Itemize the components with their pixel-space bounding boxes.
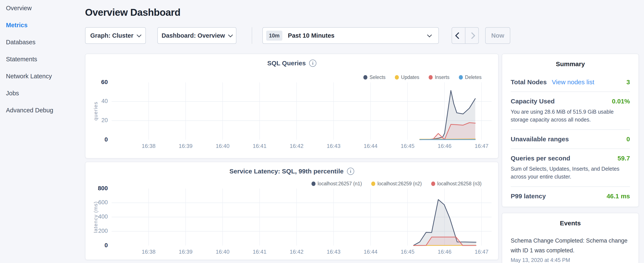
summary-subtext: Sum of Selects, Updates, Inserts, and De…	[511, 165, 630, 181]
time-step-back-button[interactable]	[452, 28, 465, 43]
x-tick-label: 16:42	[282, 143, 312, 149]
info-icon[interactable]: i	[309, 60, 316, 67]
summary-value: 59.7	[618, 155, 630, 162]
summary-row-capacity-used: Capacity Used 0.01% You are using 28.6 M…	[511, 92, 630, 130]
right-column: Summary Total Nodes View nodes list 3 Ca…	[502, 54, 639, 263]
legend-dot-icon	[312, 181, 316, 186]
x-tick-label: 16:44	[356, 143, 386, 149]
legend-item: Deletes	[459, 75, 482, 80]
summary-value: 3	[626, 79, 630, 86]
x-tick-label: 16:43	[319, 248, 348, 255]
legend-label: localhost:26258 (n3)	[437, 181, 482, 187]
y-tick-label: 60	[84, 79, 108, 86]
main-content: Overview Dashboard Graph: Cluster Dashbo…	[85, 0, 639, 263]
y-tick-label: 20	[84, 117, 108, 124]
chevron-down-icon	[228, 33, 233, 38]
dashboard-controls: Graph: Cluster Dashboard: Overview 10m P…	[85, 27, 639, 44]
x-tick-label: 16:42	[282, 248, 312, 255]
summary-row-queries-per-second: Queries per second 59.7 Sum of Selects, …	[511, 149, 630, 187]
sidebar-item-network-latency[interactable]: Network Latency	[0, 72, 85, 89]
time-step-forward-button[interactable]	[465, 28, 478, 43]
event-item-text[interactable]: Schema Change Completed: Schema change w…	[511, 236, 630, 255]
x-tick-label: 16:45	[393, 143, 422, 149]
chart-series-svg	[112, 188, 492, 245]
events-panel: Events Schema Change Completed: Schema c…	[502, 213, 639, 263]
info-icon[interactable]: i	[347, 168, 354, 175]
event-item-timestamp: May 13, 2020 at 4:45 PM	[511, 257, 630, 263]
chevron-right-icon	[468, 32, 476, 39]
controls-divider	[252, 27, 252, 44]
sidebar-item-advanced-debug[interactable]: Advanced Debug	[0, 106, 85, 123]
legend-label: Selects	[370, 75, 386, 80]
sidebar-item-metrics[interactable]: Metrics	[0, 21, 85, 38]
legend-dot-icon	[459, 75, 463, 80]
time-range-dropdown[interactable]: 10m Past 10 Minutes	[262, 27, 439, 44]
legend-label: localhost:26259 (n2)	[378, 181, 422, 187]
chevron-left-icon	[455, 32, 462, 39]
dashboard-dropdown[interactable]: Dashboard: Overview	[157, 27, 236, 44]
x-tick-label: 16:45	[393, 248, 422, 255]
summary-rows: Total Nodes View nodes list 3 Capacity U…	[511, 73, 630, 205]
legend-dot-icon	[428, 75, 433, 80]
sidebar-nav: Overview Metrics Databases Statements Ne…	[0, 0, 85, 263]
sql-queries-chart-card: SQL Queries i SelectsUpdatesInsertsDelet…	[85, 54, 498, 158]
x-tick-label: 16:40	[208, 248, 238, 255]
x-tick-label: 16:46	[430, 248, 460, 255]
legend-dot-icon	[371, 181, 375, 186]
x-tick-label: 16:44	[356, 248, 386, 255]
chart-series-svg	[112, 82, 492, 140]
x-tick-label: 16:46	[430, 143, 460, 149]
charts-column: SQL Queries i SelectsUpdatesInsertsDelet…	[85, 54, 498, 260]
graph-scope-label: Graph: Cluster	[90, 32, 133, 39]
chart-title-row: Service Latency: SQL, 99th percentile i	[86, 168, 498, 175]
summary-value: 0	[626, 136, 630, 143]
content-row: SQL Queries i SelectsUpdatesInsertsDelet…	[85, 54, 639, 263]
sidebar-item-databases[interactable]: Databases	[0, 38, 85, 55]
legend-dot-icon	[431, 181, 435, 186]
graph-scope-dropdown[interactable]: Graph: Cluster	[85, 27, 146, 44]
y-tick-label: 40	[84, 98, 108, 105]
legend-item: Inserts	[428, 75, 450, 80]
sidebar-item-jobs[interactable]: Jobs	[0, 89, 85, 106]
chevron-down-icon	[427, 33, 432, 38]
legend-dot-icon	[395, 75, 399, 80]
legend-dot-icon	[363, 75, 368, 80]
now-button[interactable]: Now	[485, 27, 510, 44]
chart-legend: localhost:26257 (n1)localhost:26259 (n2)…	[312, 181, 482, 187]
summary-label: Capacity Used	[511, 98, 555, 105]
legend-item: Selects	[363, 75, 386, 80]
x-tick-label: 16:39	[171, 143, 200, 149]
legend-item: Updates	[395, 75, 419, 80]
sidebar-item-statements[interactable]: Statements	[0, 55, 85, 72]
service-latency-chart-card: Service Latency: SQL, 99th percentile i …	[85, 162, 498, 260]
chart-title: Service Latency: SQL, 99th percentile	[230, 168, 344, 175]
y-tick-label: 600	[84, 199, 108, 206]
y-tick-label: 800	[84, 185, 108, 192]
summary-label: Unavailable ranges	[511, 136, 569, 143]
summary-row-unavailable-ranges: Unavailable ranges 0	[511, 130, 630, 149]
legend-label: Updates	[401, 75, 419, 80]
dashboard-dropdown-label: Dashboard: Overview	[162, 32, 225, 39]
legend-label: Deletes	[465, 75, 482, 80]
x-tick-label: 16:41	[245, 248, 274, 255]
summary-label: P99 latency	[511, 193, 546, 200]
x-tick-label: 16:47	[467, 248, 496, 255]
chevron-down-icon	[136, 33, 142, 38]
y-tick-label: 0	[84, 136, 108, 143]
events-title: Events	[511, 220, 630, 227]
x-tick-label: 16:47	[467, 143, 496, 149]
legend-item: localhost:26257 (n1)	[312, 181, 362, 187]
chart-title: SQL Queries	[267, 60, 306, 67]
time-range-badge: 10m	[266, 31, 282, 41]
sidebar-item-overview[interactable]: Overview	[0, 4, 85, 21]
sql-queries-plot-area	[112, 82, 492, 140]
y-tick-label: 200	[84, 228, 108, 234]
time-range-label: Past 10 Minutes	[288, 32, 334, 39]
x-tick-label: 16:38	[134, 143, 164, 149]
summary-subtext: You are using 28.6 MiB of 515.9 GiB usab…	[511, 108, 630, 124]
legend-item: localhost:26258 (n3)	[431, 181, 482, 187]
view-nodes-list-link[interactable]: View nodes list	[552, 79, 594, 86]
x-tick-label: 16:43	[319, 143, 348, 149]
page-title: Overview Dashboard	[85, 7, 639, 18]
summary-row-p99-latency: P99 latency 46.1 ms	[511, 187, 630, 205]
